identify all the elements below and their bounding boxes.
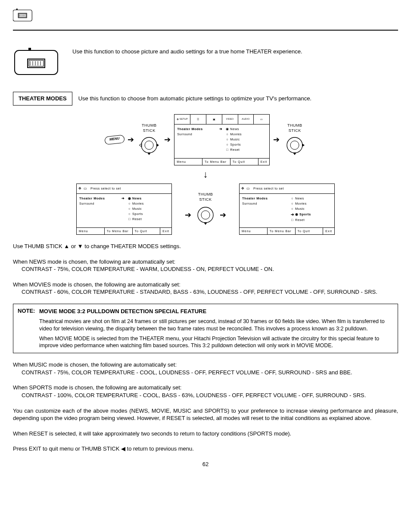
osd-opt-news: ○News xyxy=(291,196,333,201)
osd-opt-reset: □Reset xyxy=(128,217,170,221)
osd-topbar: ✥SETUP ☰ ▣ VIDEO AUDIO ▭ xyxy=(174,115,269,124)
music-heading: When MUSIC mode is chosen, the following… xyxy=(13,361,398,369)
osd-opt-reset: □Reset xyxy=(291,218,333,222)
thumb-label: THUMBSTICK xyxy=(287,123,302,133)
theater-section-icon xyxy=(13,48,60,80)
osd-tab-icon: ☰ xyxy=(190,115,206,124)
svg-marker-22 xyxy=(302,143,305,147)
news-mode-block: When NEWS mode is chosen, the following … xyxy=(13,258,398,273)
intro-row: Use this function to choose picture and … xyxy=(13,48,398,80)
theater-modes-label: THEATER MODES xyxy=(13,92,72,106)
osd-panel-sports: ✥ ▭ Press select to set Theater Modes Su… xyxy=(239,184,335,235)
news-heading: When NEWS mode is chosen, the following … xyxy=(13,258,398,266)
movies-heading: When MOVIES mode is chosen, the followin… xyxy=(13,281,398,289)
svg-rect-9 xyxy=(29,60,44,66)
svg-marker-18 xyxy=(147,152,151,155)
theater-intro-text: Use this function to choose picture and … xyxy=(72,48,302,56)
sports-detail: CONTRAST - 100%, COLOR TEMPERATURE - COO… xyxy=(13,392,398,399)
nav-icon: ✥ xyxy=(241,187,245,191)
osd-opt-movies: ○Movies xyxy=(226,132,268,137)
menu-button-icon: MENU xyxy=(104,135,125,145)
svg-point-25 xyxy=(201,211,210,219)
osd-item-surround: Surround xyxy=(242,202,287,206)
reset-text: When RESET is selected, it will take app… xyxy=(13,430,398,438)
music-detail: CONTRAST - 75%, COLOR TEMPERATURE - COOL… xyxy=(13,369,398,376)
note-paragraph-1: Theatrical movies are shot on film at 24… xyxy=(39,318,392,333)
osd-opt-sports: ○Sports xyxy=(226,143,268,147)
thumb-label: THUMBSTICK xyxy=(142,123,157,133)
header-bar xyxy=(13,9,398,31)
osd-opt-news: ◉News xyxy=(128,196,170,201)
thumbstick-icon xyxy=(283,134,306,157)
osd-opt-music: ○Music xyxy=(291,207,333,211)
page-corner-icon xyxy=(13,9,33,25)
svg-marker-26 xyxy=(204,222,207,225)
osd-item-surround: Surround xyxy=(79,202,125,206)
note-box: NOTE: MOVIE MODE 3:2 PULLDOWN DETECTION … xyxy=(13,304,398,353)
osd-item-theater: Theater Modes➔ xyxy=(177,127,222,131)
theater-modes-row: THEATER MODES Use this function to choos… xyxy=(13,92,398,106)
osd-tab-icon: ▣ xyxy=(206,115,222,124)
osd-item-surround: Surround xyxy=(177,132,222,137)
theater-icon: ▭ xyxy=(84,187,87,191)
thumbstick-icon xyxy=(194,203,217,227)
osd-tab-theater-icon: ▭ xyxy=(254,115,269,124)
svg-rect-7 xyxy=(15,50,58,75)
theater-modes-desc: Use this function to choose from automat… xyxy=(78,95,311,103)
music-mode-block: When MUSIC mode is chosen, the following… xyxy=(13,361,398,376)
page-number: 62 xyxy=(13,460,398,468)
osd-header-text: Press select to set xyxy=(90,187,121,191)
thumbstick-icon xyxy=(137,134,161,157)
note-tag: NOTE: xyxy=(18,307,35,315)
svg-marker-17 xyxy=(156,143,159,147)
osd-opt-reset: □Reset xyxy=(226,148,268,152)
customize-text: You can customize each of the above mode… xyxy=(13,407,398,422)
osd-footer: Menu To Menu Bar To Quit Exit xyxy=(174,158,269,165)
osd-footer: Menu To Menu Bar To Quit Exit xyxy=(77,227,171,234)
svg-point-21 xyxy=(290,141,299,149)
use-thumbstick-text: Use THUMB STICK ▲ or ▼ to change THEATER… xyxy=(13,243,398,250)
theater-icon: ▭ xyxy=(246,187,250,191)
osd-opt-music: ○Music xyxy=(226,137,268,142)
osd-opt-music: ○Music xyxy=(128,207,170,211)
osd-tab-setup: ✥SETUP xyxy=(174,115,190,124)
exit-text: Press EXIT to quit menu or THUMB STICK ◀… xyxy=(13,445,398,453)
osd-panel-news: ✥ ▭ Press select to set Theater Modes➔ S… xyxy=(76,184,172,235)
navigation-diagram: MENU ➔ THUMBSTICK ➔ ✥SETUP ☰ ▣ VIDEO AUD… xyxy=(13,114,398,235)
svg-rect-1 xyxy=(19,14,26,17)
osd-opt-sports: ○Sports xyxy=(128,212,170,216)
osd-panel-main: ✥SETUP ☰ ▣ VIDEO AUDIO ▭ Theater Modes➔ … xyxy=(174,114,270,165)
note-paragraph-2: When MOVIE MODE is selected from the THE… xyxy=(39,335,392,350)
nav-icon: ✥ xyxy=(78,187,82,191)
osd-opt-movies: ○Movies xyxy=(291,202,333,206)
osd-opt-movies: ○Movies xyxy=(128,202,170,206)
svg-marker-23 xyxy=(293,152,296,155)
svg-point-24 xyxy=(198,207,213,223)
note-title: MOVIE MODE 3:2 PULLDOWN DETECTION SPECIA… xyxy=(39,308,206,314)
news-detail: CONTRAST - 75%, COLOR TEMPERATURE - WARM… xyxy=(13,265,398,273)
osd-item-theater: Theater Modes xyxy=(242,196,287,201)
movies-detail: CONTRAST - 60%, COLOR TEMPERATURE - STAN… xyxy=(13,288,398,296)
osd-header-text: Press select to set xyxy=(253,187,284,191)
thumb-label: THUMBSTICK xyxy=(198,192,213,202)
svg-point-15 xyxy=(141,137,157,153)
osd-footer: Menu To Menu Bar To Quit Exit xyxy=(240,227,334,234)
sports-heading: When SPORTS mode is chosen, the followin… xyxy=(13,384,398,392)
osd-tab-video: VIDEO xyxy=(222,115,238,124)
sports-mode-block: When SPORTS mode is chosen, the followin… xyxy=(13,384,398,399)
arrow-down-icon: ↓ xyxy=(13,168,398,181)
osd-item-theater: Theater Modes➔ xyxy=(79,196,125,201)
movies-mode-block: When MOVIES mode is chosen, the followin… xyxy=(13,281,398,296)
osd-tab-audio: AUDIO xyxy=(238,115,254,124)
svg-point-16 xyxy=(145,141,153,149)
osd-opt-sports: ➔◉Sports xyxy=(291,212,333,217)
osd-opt-news: ◉News xyxy=(226,127,268,131)
svg-point-20 xyxy=(287,137,302,153)
